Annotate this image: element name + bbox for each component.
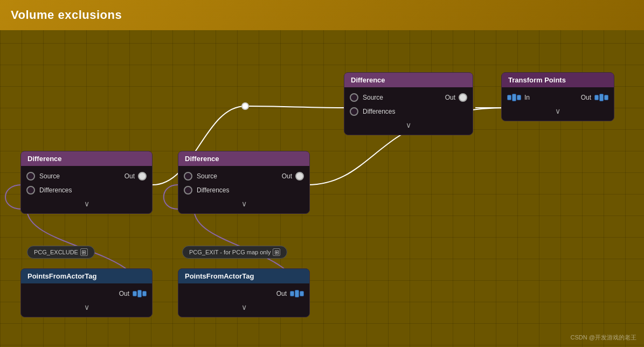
out-label: Out bbox=[119, 290, 129, 297]
node-points-left-body: Out ∨ bbox=[21, 283, 152, 317]
source-label: Source bbox=[39, 172, 60, 180]
node-difference-left-body: Source Out Differences ∨ bbox=[21, 166, 152, 213]
differences-label: Differences bbox=[39, 186, 72, 194]
node-difference-top-source-row: Source Out bbox=[344, 91, 473, 105]
out-label: Out bbox=[282, 172, 292, 180]
node-transform-points-io-row: In Out bbox=[502, 91, 614, 105]
node-difference-mid-body: Source Out Differences ∨ bbox=[178, 166, 309, 213]
port-out-right bbox=[459, 93, 467, 102]
node-difference-top-expand[interactable]: ∨ bbox=[344, 119, 473, 131]
node-difference-mid-source-row: Source Out bbox=[178, 169, 309, 183]
port-out-multi bbox=[594, 94, 608, 101]
in-label: In bbox=[524, 94, 530, 101]
node-points-mid-header: PointsFromActorTag bbox=[178, 269, 309, 283]
port-differences-left bbox=[184, 186, 192, 195]
out-label: Out bbox=[445, 94, 455, 101]
node-transform-points: Transform Points In Out ∨ bbox=[501, 72, 614, 121]
node-points-mid: PointsFromActorTag Out ∨ bbox=[178, 268, 310, 317]
node-points-left-expand[interactable]: ∨ bbox=[21, 301, 152, 314]
port-in-multi bbox=[507, 94, 521, 101]
tag-pcg-exclude-label: PCG_EXCLUDE bbox=[34, 249, 78, 255]
node-difference-mid-differences-row: Differences bbox=[178, 183, 309, 197]
tag-pcg-exit: PCG_EXIT - for PCG map only ⊞ bbox=[182, 246, 287, 259]
node-difference-left-differences-row: Differences bbox=[21, 183, 152, 197]
node-difference-top-header: Difference bbox=[344, 73, 473, 87]
node-difference-top: Difference Source Out Differences ∨ bbox=[344, 72, 473, 135]
out-label: Out bbox=[276, 290, 287, 297]
node-transform-points-body: In Out ∨ bbox=[502, 87, 614, 121]
port-out-right bbox=[138, 172, 147, 181]
watermark: CSDN @开发游戏的老王 bbox=[571, 334, 636, 342]
node-difference-left-header: Difference bbox=[21, 151, 152, 166]
port-differences-left bbox=[350, 107, 358, 116]
node-transform-points-header: Transform Points bbox=[502, 73, 614, 87]
node-points-left-header: PointsFromActorTag bbox=[21, 269, 152, 283]
node-difference-top-differences-row: Differences bbox=[344, 105, 473, 119]
node-difference-mid: Difference Source Out Differences ∨ bbox=[178, 151, 310, 214]
node-difference-mid-expand[interactable]: ∨ bbox=[178, 197, 309, 210]
page-title: Volume exclusions bbox=[11, 8, 122, 22]
port-source-left bbox=[26, 172, 35, 181]
port-source-left bbox=[350, 93, 358, 102]
node-points-left-out-row: Out bbox=[21, 287, 152, 301]
relay-dot bbox=[241, 102, 249, 110]
port-out-multi bbox=[290, 290, 304, 297]
source-label: Source bbox=[197, 172, 217, 180]
out-label: Out bbox=[124, 172, 135, 180]
differences-label: Differences bbox=[363, 108, 395, 115]
node-difference-top-body: Source Out Differences ∨ bbox=[344, 87, 473, 135]
node-points-mid-out-row: Out bbox=[178, 287, 309, 301]
node-transform-points-expand[interactable]: ∨ bbox=[502, 105, 614, 117]
node-difference-mid-header: Difference bbox=[178, 151, 309, 166]
node-points-mid-body: Out ∨ bbox=[178, 283, 309, 317]
node-difference-left-expand[interactable]: ∨ bbox=[21, 197, 152, 210]
header-bar: Volume exclusions bbox=[0, 0, 644, 30]
differences-label: Differences bbox=[197, 186, 229, 194]
node-difference-left-source-row: Source Out bbox=[21, 169, 152, 183]
port-source-left bbox=[184, 172, 192, 181]
tag-pcg-exit-label: PCG_EXIT - for PCG map only bbox=[189, 249, 271, 255]
port-differences-left bbox=[26, 186, 35, 195]
tag-icon: ⊞ bbox=[273, 248, 280, 256]
source-label: Source bbox=[363, 94, 383, 101]
port-out-right bbox=[295, 172, 304, 181]
port-out-multi bbox=[133, 290, 147, 297]
node-points-mid-expand[interactable]: ∨ bbox=[178, 301, 309, 314]
tag-pcg-exclude: PCG_EXCLUDE ⊞ bbox=[27, 246, 95, 259]
node-difference-left: Difference Source Out Differences ∨ bbox=[20, 151, 153, 214]
node-points-left: PointsFromActorTag Out ∨ bbox=[20, 268, 153, 317]
tag-icon: ⊞ bbox=[80, 248, 88, 256]
out-label: Out bbox=[581, 94, 591, 101]
